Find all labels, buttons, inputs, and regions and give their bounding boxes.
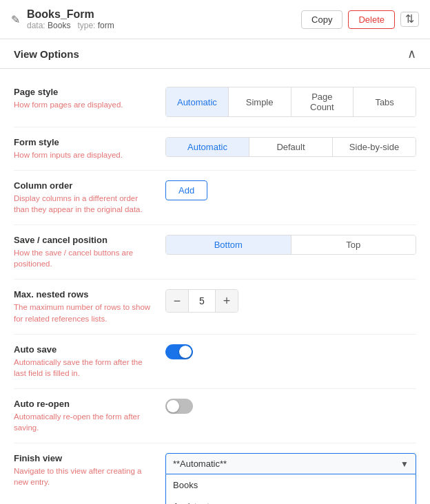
save-cancel-top[interactable]: Top: [291, 235, 416, 254]
page-style-control: Automatic Simple Page Count Tabs: [165, 87, 416, 117]
stepper-minus[interactable]: −: [166, 290, 188, 312]
copy-button[interactable]: Copy: [301, 10, 342, 29]
finish-view-control: **Automatic** ▼ Books Assistant Books_De…: [165, 453, 416, 474]
auto-save-row: Auto save Automatically save the form af…: [14, 335, 416, 389]
max-nested-rows-row: Max. nested rows The maximum number of r…: [14, 280, 416, 334]
auto-save-label-col: Auto save Automatically save the form af…: [14, 344, 165, 379]
page-style-automatic[interactable]: Automatic: [166, 87, 229, 116]
finish-view-desc: Navigate to this view after creating a n…: [14, 465, 154, 487]
page-style-row: Page style How form pages are displayed.…: [14, 77, 416, 127]
finish-view-dropdown-display[interactable]: **Automatic** ▼: [165, 453, 416, 474]
header-meta: data: Books type: form: [27, 21, 114, 30]
form-style-label-col: Form style How form inputs are displayed…: [14, 137, 165, 160]
save-cancel-label: Save / cancel position: [14, 235, 154, 245]
view-options-header: View Options ∧: [0, 39, 430, 69]
save-cancel-bottom[interactable]: Bottom: [166, 235, 291, 254]
auto-reopen-row: Auto re-open Automatically re-open the f…: [14, 389, 416, 443]
stepper-plus[interactable]: +: [216, 290, 238, 312]
header: ✎ Books_Form data: Books type: form Copy…: [0, 0, 430, 39]
column-order-label-col: Column order Display columns in a differ…: [14, 180, 165, 215]
options-section: Page style How form pages are displayed.…: [0, 69, 430, 504]
page-style-label: Page style: [14, 87, 154, 97]
finish-view-label: Finish view: [14, 453, 154, 463]
dropdown-item-assistant[interactable]: Assistant: [166, 496, 416, 504]
header-left: ✎ Books_Form data: Books type: form: [11, 8, 114, 30]
finish-view-label-col: Finish view Navigate to this view after …: [14, 453, 165, 487]
updown-button[interactable]: ⇅: [400, 12, 419, 27]
column-order-add-button[interactable]: Add: [165, 180, 207, 200]
edit-icon: ✎: [11, 13, 20, 26]
stepper-value: 5: [188, 290, 216, 312]
header-info: Books_Form data: Books type: form: [27, 8, 114, 30]
form-title: Books_Form: [27, 8, 114, 21]
finish-view-selected: **Automatic**: [173, 459, 227, 469]
form-style-side-by-side[interactable]: Side-by-side: [333, 138, 416, 156]
finish-view-dropdown: **Automatic** ▼ Books Assistant Books_De…: [165, 453, 416, 474]
column-order-label: Column order: [14, 180, 154, 191]
page-style-desc: How form pages are displayed.: [14, 99, 154, 110]
max-nested-rows-label-col: Max. nested rows The maximum number of r…: [14, 289, 165, 324]
max-nested-rows-desc: The maximum number of rows to show for r…: [14, 302, 154, 324]
auto-save-control: [165, 344, 416, 359]
meta-type-val: form: [98, 21, 114, 30]
form-style-default[interactable]: Default: [249, 138, 333, 156]
form-style-btn-group: Automatic Default Side-by-side: [165, 137, 416, 157]
page-style-page-count[interactable]: Page Count: [291, 87, 354, 116]
auto-reopen-toggle[interactable]: [165, 399, 193, 414]
view-options-title: View Options: [14, 48, 79, 60]
auto-save-toggle[interactable]: [165, 344, 193, 359]
form-style-desc: How form inputs are displayed.: [14, 149, 154, 160]
auto-reopen-control: [165, 399, 416, 414]
auto-reopen-label: Auto re-open: [14, 399, 154, 409]
save-cancel-row: Save / cancel position How the save / ca…: [14, 225, 416, 280]
meta-data-val: Books: [48, 21, 70, 30]
page-style-btn-group: Automatic Simple Page Count Tabs: [165, 87, 416, 117]
auto-reopen-thumb: [167, 400, 179, 412]
save-cancel-desc: How the save / cancel buttons are positi…: [14, 247, 154, 269]
form-style-row: Form style How form inputs are displayed…: [14, 127, 416, 171]
dropdown-item-books[interactable]: Books: [166, 474, 416, 496]
collapse-icon[interactable]: ∧: [407, 46, 416, 61]
delete-button[interactable]: Delete: [348, 10, 395, 29]
finish-view-dropdown-list: Books Assistant Books_Detail **Automatic…: [165, 474, 416, 504]
form-style-automatic[interactable]: Automatic: [166, 138, 249, 156]
auto-reopen-desc: Automatically re-open the form after sav…: [14, 411, 154, 433]
form-style-control: Automatic Default Side-by-side: [165, 137, 416, 157]
finish-view-row: Finish view Navigate to this view after …: [14, 443, 416, 497]
header-actions: Copy Delete ⇅: [301, 10, 419, 29]
max-nested-rows-control: − 5 +: [165, 289, 416, 313]
page-style-label-col: Page style How form pages are displayed.: [14, 87, 165, 110]
auto-reopen-label-col: Auto re-open Automatically re-open the f…: [14, 399, 165, 433]
auto-save-thumb: [179, 346, 192, 358]
page-style-tabs[interactable]: Tabs: [354, 87, 416, 116]
meta-data-key: data:: [27, 21, 45, 30]
column-order-control: Add: [165, 180, 416, 200]
meta-type-key: type:: [77, 21, 95, 30]
save-cancel-btn-group: Bottom Top: [165, 235, 416, 255]
stepper: − 5 +: [165, 289, 238, 313]
auto-save-label: Auto save: [14, 344, 154, 355]
column-order-row: Column order Display columns in a differ…: [14, 171, 416, 225]
form-style-label: Form style: [14, 137, 154, 147]
save-cancel-control: Bottom Top: [165, 235, 416, 255]
dropdown-arrow-icon: ▼: [400, 459, 409, 469]
page-style-simple[interactable]: Simple: [229, 87, 291, 116]
auto-save-desc: Automatically save the form after the la…: [14, 357, 154, 379]
column-order-desc: Display columns in a different order tha…: [14, 193, 154, 215]
max-nested-rows-label: Max. nested rows: [14, 289, 154, 300]
save-cancel-label-col: Save / cancel position How the save / ca…: [14, 235, 165, 269]
